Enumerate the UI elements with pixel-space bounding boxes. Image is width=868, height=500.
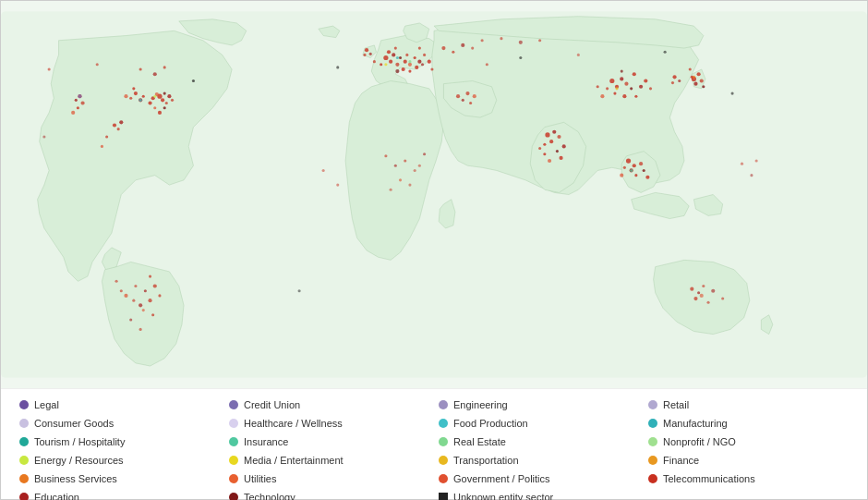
svg-point-40 (139, 303, 142, 307)
svg-point-163 (731, 92, 734, 95)
svg-point-157 (750, 174, 753, 177)
svg-point-124 (697, 72, 701, 76)
svg-point-11 (163, 106, 166, 109)
svg-point-34 (153, 284, 157, 287)
svg-point-31 (105, 135, 108, 138)
svg-point-167 (153, 95, 156, 98)
svg-point-73 (363, 54, 366, 56)
legend-item: Nonprofit / NGO (648, 433, 849, 450)
svg-point-37 (148, 299, 151, 302)
legend-label: Media / Entertainment (244, 455, 344, 466)
svg-point-45 (120, 289, 123, 292)
legend-item: Finance (648, 452, 849, 469)
legend-dot (439, 474, 448, 483)
legend-dot (229, 437, 238, 446)
legend-label: Food Production (453, 418, 528, 429)
svg-point-90 (543, 143, 546, 146)
legend-dot (19, 400, 29, 409)
svg-point-66 (428, 60, 431, 64)
legend-label: Retail (663, 399, 689, 410)
svg-point-94 (538, 147, 541, 150)
legend-label: Finance (663, 455, 699, 466)
svg-point-150 (48, 67, 51, 70)
svg-point-65 (421, 63, 424, 66)
legend-item: Legal (19, 396, 220, 413)
legend-item: Retail (648, 396, 849, 413)
svg-point-109 (620, 77, 623, 80)
svg-point-28 (153, 72, 157, 76)
legend-dot (229, 474, 238, 483)
legend-dot (19, 456, 29, 465)
legend-label: Insurance (244, 436, 288, 447)
legend-item: Utilities (229, 470, 429, 487)
svg-point-120 (649, 87, 652, 90)
legend-dot (229, 400, 238, 409)
map-area (1, 1, 867, 388)
svg-point-153 (336, 184, 339, 187)
svg-point-172 (630, 169, 633, 172)
svg-point-27 (139, 67, 142, 70)
svg-point-43 (124, 294, 127, 298)
svg-point-50 (392, 53, 395, 56)
legend-item: Energy / Resources (19, 452, 220, 469)
svg-point-159 (192, 79, 195, 82)
svg-point-9 (153, 106, 156, 109)
svg-point-156 (741, 163, 743, 165)
svg-point-136 (702, 285, 705, 287)
svg-point-155 (577, 54, 580, 56)
legend-dot (648, 437, 657, 446)
legend-item: Transportation (439, 452, 639, 469)
svg-point-63 (373, 60, 376, 63)
svg-point-79 (500, 37, 502, 40)
legend-label: Transportation (453, 455, 519, 466)
legend-label: Real Estate (453, 436, 506, 447)
svg-point-67 (430, 67, 433, 70)
legend-dot (439, 456, 448, 465)
svg-point-26 (119, 120, 123, 124)
svg-point-13 (134, 91, 138, 95)
svg-point-54 (404, 60, 407, 64)
legend-label: Telecommunications (663, 473, 755, 484)
svg-point-80 (519, 41, 523, 44)
svg-point-116 (634, 95, 637, 98)
svg-point-4 (163, 92, 166, 95)
svg-point-151 (42, 135, 45, 138)
legend-label: Utilities (244, 473, 276, 484)
svg-point-122 (621, 70, 623, 73)
svg-point-138 (706, 301, 709, 304)
svg-point-168 (384, 63, 387, 66)
legend-label: Legal (34, 399, 59, 410)
svg-point-36 (158, 294, 161, 297)
svg-point-29 (96, 63, 99, 66)
legend-label: Engineering (453, 399, 508, 410)
legend-item: Engineering (439, 396, 639, 413)
legend-item: Telecommunications (648, 470, 849, 487)
svg-point-107 (609, 79, 614, 83)
svg-point-144 (414, 169, 416, 172)
svg-point-140 (721, 297, 724, 299)
legend-item: Education (19, 489, 220, 500)
svg-point-72 (369, 53, 372, 55)
legend-label: Healthcare / Wellness (244, 418, 343, 429)
legend-dot (648, 474, 657, 483)
svg-point-146 (408, 184, 411, 187)
legend-dot (439, 400, 448, 409)
svg-point-166 (139, 99, 142, 102)
svg-point-160 (336, 66, 339, 68)
svg-point-20 (75, 99, 78, 102)
svg-point-70 (418, 47, 421, 50)
svg-point-170 (408, 60, 411, 63)
svg-point-78 (481, 39, 484, 42)
svg-point-64 (415, 66, 418, 69)
svg-point-162 (664, 51, 667, 54)
svg-point-24 (113, 123, 116, 127)
svg-point-115 (600, 94, 604, 98)
svg-point-56 (408, 63, 412, 67)
svg-point-42 (132, 299, 135, 302)
svg-point-137 (700, 294, 704, 298)
legend-label: Credit Union (244, 399, 300, 410)
svg-point-48 (383, 55, 388, 60)
svg-point-83 (462, 99, 464, 102)
legend: LegalCredit UnionEngineeringRetailConsum… (1, 388, 867, 499)
legend-label: Technology (244, 492, 295, 500)
